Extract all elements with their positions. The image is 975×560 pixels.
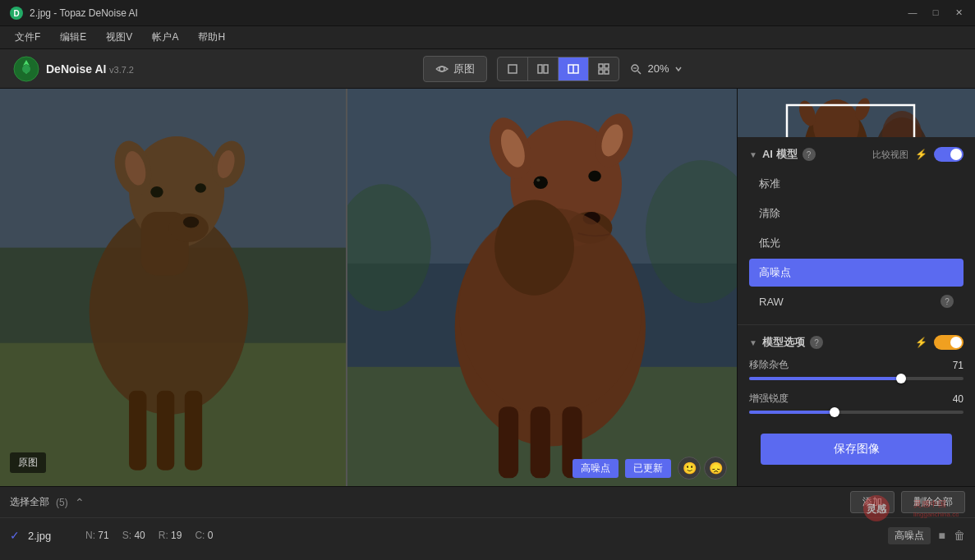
noise-value: 71 xyxy=(98,530,108,541)
svg-rect-6 xyxy=(538,65,542,73)
original-deer-image xyxy=(0,89,346,486)
app-icon: D xyxy=(10,7,23,20)
toolbar: DeNoise AI v3.7.2 原图 xyxy=(0,49,975,89)
menu-view[interactable]: 视图V xyxy=(98,27,140,48)
noise-removal-value: 71 xyxy=(944,360,964,371)
file-actions: ■ 🗑 xyxy=(939,529,965,542)
compare-view-toggle[interactable] xyxy=(934,147,964,162)
file-list-header: 选择全部 (5) ⌃ 添加 删除全部 xyxy=(0,487,975,518)
zoom-control: 20% xyxy=(629,62,682,76)
svg-point-47 xyxy=(533,176,547,188)
svg-point-49 xyxy=(536,178,540,181)
toolbar-center: 原图 xyxy=(144,56,962,82)
view-mode-group xyxy=(497,57,619,81)
noise-meta: N: 71 xyxy=(85,530,109,541)
svg-rect-7 xyxy=(544,65,548,73)
model-options-toggle[interactable] xyxy=(934,335,964,350)
denoised-deer-image xyxy=(347,89,737,486)
svg-line-15 xyxy=(638,71,642,74)
thumbnail-image xyxy=(738,89,975,137)
noise-removal-slider-row: 移除杂色 71 xyxy=(749,358,964,380)
file-monitor-icon[interactable]: ■ xyxy=(939,529,945,542)
noise-removal-track[interactable] xyxy=(749,377,964,380)
model-item-clear[interactable]: 清除 xyxy=(749,200,964,227)
raw-help-button[interactable]: ? xyxy=(941,295,954,308)
model-item-raw[interactable]: RAW ? xyxy=(749,288,964,314)
main-content: 原图 xyxy=(0,89,975,486)
model-options-controls: ⚡ xyxy=(915,335,964,350)
sharpen-track[interactable] xyxy=(749,411,964,414)
model-status-tag: 高噪点 xyxy=(573,459,619,478)
close-button[interactable]: ✕ xyxy=(952,7,965,18)
sharpen-slider-row: 增强锐度 40 xyxy=(749,392,964,414)
minimize-button[interactable]: — xyxy=(906,7,919,18)
ai-model-collapse-arrow[interactable]: ▼ xyxy=(749,150,757,159)
sharpen-label: 增强锐度 xyxy=(749,392,789,406)
app-name: DeNoise AI xyxy=(46,62,106,76)
model-options-title-row: ▼ 模型选项 ? xyxy=(749,335,823,350)
svg-rect-13 xyxy=(605,70,609,74)
svg-point-3 xyxy=(22,65,30,73)
add-file-button[interactable]: 添加 xyxy=(850,491,895,513)
app-container: DeNoise AI v3.7.2 原图 xyxy=(0,49,975,560)
menu-account[interactable]: 帐户A xyxy=(144,27,186,48)
sharpen-thumb[interactable] xyxy=(830,407,839,417)
save-image-button[interactable]: 保存图像 xyxy=(761,434,952,465)
model-options-help-button[interactable]: ? xyxy=(810,336,823,349)
model-options-section: ▼ 模型选项 ? ⚡ 移除杂色 71 xyxy=(738,325,975,486)
maximize-button[interactable]: □ xyxy=(929,7,942,18)
menu-file[interactable]: 文件F xyxy=(7,27,48,48)
model-item-lowlight[interactable]: 低光 xyxy=(749,229,964,257)
view-sidebyside-button[interactable] xyxy=(528,57,559,80)
color-meta: C: 0 xyxy=(195,530,213,541)
zoom-value: 20% xyxy=(647,62,669,75)
noise-removal-thumb[interactable] xyxy=(896,374,906,383)
model-item-highnoise[interactable]: 高噪点 xyxy=(749,259,964,287)
canvas-area[interactable]: 原图 xyxy=(0,89,737,486)
svg-rect-12 xyxy=(599,70,603,74)
svg-point-53 xyxy=(494,200,574,296)
menu-edit[interactable]: 编辑E xyxy=(52,27,94,48)
view-grid-button[interactable] xyxy=(589,57,619,80)
svg-rect-55 xyxy=(530,406,550,478)
original-view-button[interactable]: 原图 xyxy=(423,56,487,82)
thumbnail-area[interactable] xyxy=(738,89,975,137)
view-single-button[interactable] xyxy=(498,57,528,80)
eye-icon xyxy=(435,62,448,76)
compare-view-label: 比较视图 xyxy=(872,149,908,161)
file-name[interactable]: 2.jpg xyxy=(28,530,77,542)
menu-help[interactable]: 帮助H xyxy=(190,27,233,48)
svg-rect-10 xyxy=(599,64,603,68)
svg-rect-54 xyxy=(499,406,518,478)
model-item-standard[interactable]: 标准 xyxy=(749,170,964,198)
window-title: 2.jpg - Topaz DeNoise AI xyxy=(30,7,138,19)
sharpen-fill xyxy=(749,411,835,414)
ai-model-help-button[interactable]: ? xyxy=(803,148,816,161)
chevron-down-icon xyxy=(674,65,683,73)
menu-bar: 文件F 编辑E 视图V 帐户A 帮助H xyxy=(0,26,975,49)
ai-model-title-row: ▼ AI 模型 ? xyxy=(749,147,816,162)
view-split-button[interactable] xyxy=(559,57,589,80)
happy-rating-button[interactable]: 🙂 xyxy=(678,457,701,480)
delete-all-button[interactable]: 删除全部 xyxy=(901,491,965,513)
model-options-collapse-arrow[interactable]: ▼ xyxy=(749,338,757,347)
sad-rating-button[interactable]: 😞 xyxy=(704,457,727,480)
original-label: 原图 xyxy=(10,452,46,473)
file-delete-icon[interactable]: 🗑 xyxy=(954,529,965,542)
noise-removal-fill xyxy=(749,377,901,380)
svg-rect-5 xyxy=(508,65,517,73)
left-image-panel: 原图 xyxy=(0,89,346,486)
recovery-value: 19 xyxy=(171,530,182,541)
logo-area: DeNoise AI v3.7.2 xyxy=(13,56,134,82)
file-model-tag: 高噪点 xyxy=(888,527,931,544)
split-divider[interactable] xyxy=(346,89,347,486)
window-controls: — □ ✕ xyxy=(906,7,965,18)
noise-removal-label: 移除杂色 xyxy=(749,358,789,372)
file-count: (5) xyxy=(56,497,68,508)
title-bar-left: D 2.jpg - Topaz DeNoise AI xyxy=(10,7,138,20)
file-metadata: N: 71 S: 40 R: 19 C: 0 xyxy=(85,530,880,541)
select-all-label[interactable]: 选择全部 xyxy=(10,495,49,509)
file-list-collapse-button[interactable]: ⌃ xyxy=(75,496,85,509)
sharpen-meta-value: 40 xyxy=(134,530,145,541)
file-checkbox[interactable]: ✓ xyxy=(10,529,20,542)
